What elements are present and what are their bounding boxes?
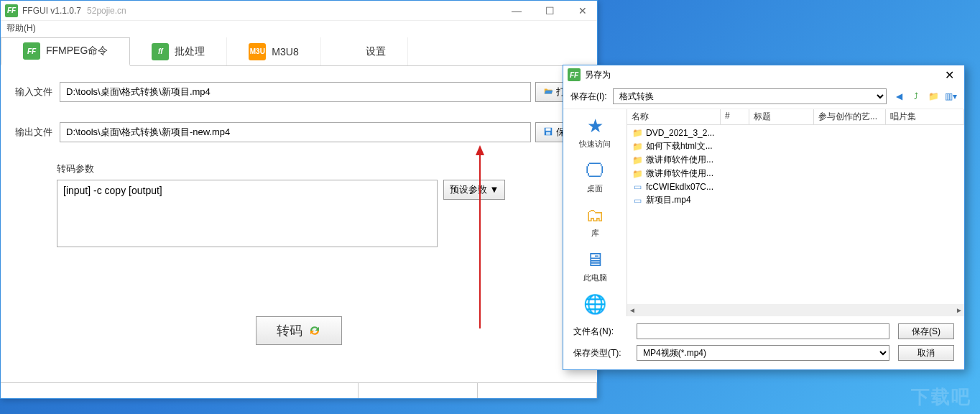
file-item[interactable]: 📁如何下载html文... [627, 139, 964, 153]
file-icon: ▭ [632, 181, 643, 193]
up-icon[interactable]: ⤴ [910, 90, 923, 103]
col-artists[interactable]: 参与创作的艺... [814, 109, 886, 124]
save-as-dialog: FF 另存为 ✕ 保存在(I): 格式转换 ◀ ⤴ 📁 ▥▾ ★快速访问 🖵桌面… [563, 65, 965, 370]
batch-icon: ff [152, 43, 169, 60]
file-item-label: 微讲师软件使用... [646, 154, 713, 166]
folder-icon: 📁 [632, 168, 643, 180]
output-file-label: 输出文件 [15, 126, 55, 139]
titlebar: FF FFGUI v1.1.0.7 52pojie.cn — ☐ ✕ [1, 1, 597, 21]
horizontal-scrollbar[interactable]: ◄► [627, 304, 964, 316]
newfolder-icon[interactable]: 📁 [927, 90, 940, 103]
tab-batch-label: 批处理 [175, 45, 205, 58]
dialog-title: 另存为 [585, 69, 611, 81]
folder-icon: 📁 [632, 127, 643, 139]
place-quick-label: 快速访问 [579, 139, 611, 150]
params-textarea[interactable] [57, 180, 438, 247]
file-icon: ▭ [632, 195, 643, 206]
col-name[interactable]: 名称 [627, 109, 721, 124]
savein-dropdown[interactable]: 格式转换 [613, 88, 887, 104]
dialog-save-button[interactable]: 保存(S) [898, 323, 954, 339]
maximize-button[interactable]: ☐ [540, 5, 560, 17]
transcode-label: 转码 [277, 322, 302, 339]
app-icon: FF [5, 4, 18, 17]
file-item[interactable]: 📁微讲师软件使用... [627, 153, 964, 167]
dialog-app-icon: FF [568, 68, 581, 81]
svg-rect-2 [546, 132, 550, 134]
file-item-label: fcCWIEkdlx07C... [646, 182, 713, 192]
places-bar: ★快速访问 🖵桌面 🗂库 🖥此电脑 🌐网络 [563, 109, 627, 316]
file-list-pane: 名称 # 标题 参与创作的艺... 唱片集 📁DVD_2021_3_2...📁如… [627, 109, 964, 316]
floppy-icon [543, 126, 553, 139]
desktop-icon: 🖵 [586, 160, 604, 182]
file-item[interactable]: ▭新项目.mp4 [627, 193, 964, 207]
statusbar [1, 382, 597, 398]
loop-icon [308, 324, 321, 337]
tab-settings[interactable]: ⚙ 设置 [321, 37, 408, 65]
transcode-button[interactable]: 转码 [256, 316, 342, 345]
savein-label: 保存在(I): [570, 91, 607, 103]
filename-input[interactable] [637, 323, 889, 339]
col-album[interactable]: 唱片集 [886, 109, 964, 124]
output-file-field[interactable] [60, 122, 531, 142]
minimize-button[interactable]: — [507, 5, 527, 17]
preset-button[interactable]: 预设参数 ▼ [443, 180, 505, 200]
place-pc-label: 此电脑 [583, 272, 607, 283]
file-item[interactable]: ▭fcCWIEkdlx07C... [627, 180, 964, 193]
tab-settings-label: 设置 [366, 45, 386, 58]
place-libraries[interactable]: 🗂库 [586, 204, 604, 239]
folder-open-icon [543, 86, 553, 98]
dialog-cancel-button[interactable]: 取消 [898, 345, 954, 361]
views-icon[interactable]: ▥▾ [944, 90, 957, 103]
close-button[interactable]: ✕ [573, 5, 593, 17]
col-num[interactable]: # [721, 109, 749, 124]
tabs: FF FFMPEG命令 ff 批处理 M3U M3U8 ⚙ 设置 [1, 37, 597, 66]
filetype-dropdown[interactable]: MP4视频(*.mp4) [637, 345, 889, 361]
place-network[interactable]: 🌐网络 [583, 293, 606, 316]
tab-ffmpeg[interactable]: FF FFMPEG命令 [1, 37, 130, 66]
place-libs-label: 库 [591, 228, 599, 239]
file-item[interactable]: 📁DVD_2021_3_2... [627, 126, 964, 139]
folder-icon: 📁 [632, 141, 643, 152]
place-desktop[interactable]: 🖵桌面 [586, 160, 604, 194]
file-item-label: DVD_2021_3_2... [646, 128, 714, 138]
file-item[interactable]: 📁微讲师软件使用... [627, 167, 964, 180]
file-list[interactable]: 📁DVD_2021_3_2...📁如何下载html文...📁微讲师软件使用...… [627, 125, 964, 304]
place-thispc[interactable]: 🖥此电脑 [583, 249, 607, 283]
svg-rect-1 [546, 128, 551, 131]
file-item-label: 新项目.mp4 [646, 194, 691, 206]
tab-ffmpeg-label: FFMPEG命令 [46, 45, 108, 58]
window-title: FFGUI v1.1.0.7 [22, 6, 81, 16]
filename-label: 文件名(N): [573, 326, 628, 338]
tab-batch[interactable]: ff 批处理 [130, 37, 227, 65]
libraries-icon: 🗂 [586, 204, 604, 226]
input-file-field[interactable] [60, 82, 531, 102]
network-icon: 🌐 [583, 293, 606, 316]
place-desktop-label: 桌面 [587, 183, 603, 194]
columns-header[interactable]: 名称 # 标题 参与创作的艺... 唱片集 [627, 109, 964, 125]
tab-m3u8[interactable]: M3U M3U8 [227, 37, 320, 65]
filetype-label: 保存类型(T): [573, 347, 628, 359]
dialog-close-button[interactable]: ✕ [939, 68, 960, 82]
ffgui-window: FF FFGUI v1.1.0.7 52pojie.cn — ☐ ✕ 帮助(H)… [0, 0, 598, 399]
file-item-label: 如何下载html文... [646, 140, 713, 152]
input-file-label: 输入文件 [15, 86, 55, 98]
params-label: 转码参数 [57, 162, 583, 175]
window-subtitle: 52pojie.cn [87, 6, 126, 16]
file-item-label: 微讲师软件使用... [646, 167, 713, 180]
ffmpeg-icon: FF [23, 42, 40, 60]
m3u8-icon: M3U [249, 43, 266, 60]
col-title[interactable]: 标题 [749, 109, 814, 124]
menu-help[interactable]: 帮助(H) [1, 21, 597, 37]
watermark: 下载吧 [911, 385, 971, 410]
back-icon[interactable]: ◀ [892, 90, 905, 103]
gear-icon: ⚙ [343, 43, 360, 60]
star-icon: ★ [587, 115, 604, 137]
computer-icon: 🖥 [586, 249, 604, 271]
folder-icon: 📁 [632, 155, 643, 166]
form-area: 输入文件 打开 输出文件 保存 转码参数 预设参数 ▼ [1, 66, 597, 345]
tab-m3u8-label: M3U8 [272, 46, 298, 58]
place-quick[interactable]: ★快速访问 [579, 115, 611, 150]
